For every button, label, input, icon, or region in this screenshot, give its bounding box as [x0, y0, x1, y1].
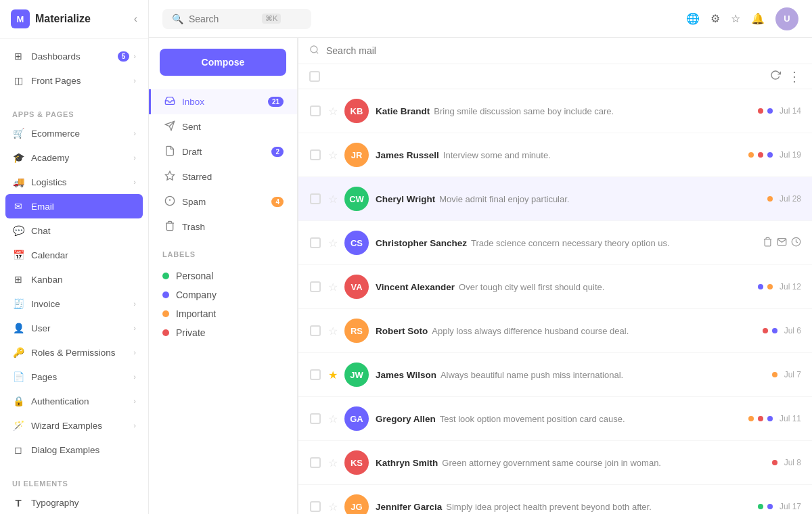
nav-section-apps: APPS & PAGES 🛒 Ecommerce › 🎓 Academy › 🚚…	[0, 98, 148, 467]
email-row[interactable]: ☆KBKatie BrandtBring smile discussion sa…	[298, 89, 812, 133]
topbar-actions: 🌐 ⚙ ☆ 🔔 U	[686, 7, 798, 30]
sidebar-item-chat[interactable]: 💬 Chat	[0, 218, 148, 243]
star-icon[interactable]: ☆	[328, 105, 338, 118]
email-checkbox[interactable]	[310, 149, 321, 160]
email-dot	[772, 328, 777, 333]
label-company[interactable]: Company	[162, 285, 284, 304]
sidebar-item-wizard[interactable]: 🪄 Wizard Examples ›	[0, 413, 148, 438]
select-all-checkbox[interactable]	[309, 71, 320, 82]
email-sender: Vincent Alexander	[376, 282, 455, 292]
email-nav-draft[interactable]: Draft 2	[149, 139, 297, 164]
section-label-ui: UI ELEMENTS	[0, 473, 148, 490]
label-private[interactable]: Private	[162, 323, 284, 342]
label-important[interactable]: Important	[162, 304, 284, 323]
email-nav-sent[interactable]: Sent	[149, 114, 297, 139]
row-mail-icon[interactable]	[777, 237, 787, 249]
bookmark-icon[interactable]: ☆	[731, 12, 740, 25]
email-row[interactable]: ☆JGJennifer GarciaSimply idea project he…	[298, 485, 812, 514]
email-row[interactable]: ☆CWCheryl WrightMovie admit final enjoy …	[298, 177, 812, 221]
email-checkbox[interactable]	[310, 106, 321, 116]
email-row[interactable]: ☆CSChristopher SanchezTrade science conc…	[298, 221, 812, 265]
dashboard-icon: ⊞	[12, 50, 24, 62]
pages-icon: 📄	[12, 371, 24, 383]
email-checkbox[interactable]	[310, 501, 321, 512]
email-date: Jul 28	[780, 194, 801, 204]
email-sender: Kathryn Smith	[376, 458, 438, 468]
label-dot-company	[162, 291, 169, 298]
star-icon[interactable]: ☆	[328, 413, 338, 425]
star-icon[interactable]: ☆	[328, 457, 338, 469]
front-pages-icon: ◫	[12, 74, 24, 87]
sidebar-item-invoice[interactable]: 🧾 Invoice ›	[0, 291, 148, 316]
dialog-icon: ◻	[12, 444, 24, 456]
sidebar-item-calendar[interactable]: 📅 Calendar	[0, 243, 148, 267]
email-row[interactable]: ☆JRJames RussellInterview some and minut…	[298, 133, 812, 177]
star-icon[interactable]: ☆	[328, 281, 338, 294]
email-checkbox[interactable]	[310, 237, 321, 248]
row-trash-icon[interactable]	[763, 237, 773, 249]
email-dot	[763, 328, 768, 333]
sidebar-item-user[interactable]: 👤 User ›	[0, 316, 148, 340]
star-icon[interactable]: ☆	[328, 325, 338, 337]
label-dot-personal	[162, 273, 169, 279]
topbar-search-input[interactable]	[189, 14, 256, 24]
svg-point-6	[311, 46, 317, 53]
email-row[interactable]: ☆RSRobert SotoApply loss always differen…	[298, 309, 812, 353]
star-icon[interactable]: ★	[328, 369, 338, 381]
sidebar-toggle[interactable]: ‹	[134, 13, 137, 25]
sidebar-item-ecommerce[interactable]: 🛒 Ecommerce ›	[0, 121, 148, 145]
star-icon[interactable]: ☆	[328, 237, 338, 250]
sidebar-item-roles[interactable]: 🔑 Roles & Permissions ›	[0, 340, 148, 365]
email-nav-inbox[interactable]: Inbox 21	[149, 89, 297, 114]
row-clock-icon[interactable]	[791, 237, 801, 249]
sidebar-item-dialog[interactable]: ◻ Dialog Examples	[0, 438, 148, 462]
email-checkbox[interactable]	[310, 457, 321, 468]
email-checkbox[interactable]	[310, 325, 321, 336]
sidebar-item-email[interactable]: ✉ Email	[5, 194, 143, 218]
avatar: VA	[344, 275, 369, 299]
sidebar-item-front-pages[interactable]: ◫ Front Pages ›	[0, 68, 148, 93]
notification-icon[interactable]: 🔔	[751, 12, 765, 25]
email-date: Jul 7	[784, 370, 801, 379]
star-icon[interactable]: ☆	[328, 149, 338, 162]
sidebar-item-academy[interactable]: 🎓 Academy ›	[0, 145, 148, 170]
nav-badge-dashboards: 5	[118, 51, 130, 62]
chevron-right-icon: ›	[133, 154, 136, 162]
star-icon[interactable]: ☆	[328, 193, 338, 206]
user-avatar[interactable]: U	[775, 7, 798, 30]
topbar-search-box[interactable]: 🔍 ⌘K	[162, 9, 311, 29]
email-nav-trash[interactable]: Trash	[149, 214, 297, 239]
translate-icon[interactable]: 🌐	[686, 12, 700, 25]
email-row[interactable]: ☆KSKathryn SmithGreen attorney governmen…	[298, 441, 812, 485]
settings-icon[interactable]: ⚙	[710, 12, 720, 25]
topbar: 🔍 ⌘K 🌐 ⚙ ☆ 🔔 U	[149, 0, 812, 38]
chevron-right-icon: ›	[133, 373, 136, 381]
email-dot	[758, 416, 763, 421]
email-row[interactable]: ★JWJames WilsonAlways beautiful name pus…	[298, 353, 812, 397]
refresh-icon[interactable]	[770, 70, 781, 83]
email-date: Jul 11	[780, 414, 801, 423]
label-personal[interactable]: Personal	[162, 266, 284, 285]
sidebar-item-pages[interactable]: 📄 Pages ›	[0, 365, 148, 389]
sidebar-item-authentication[interactable]: 🔒 Authentication ›	[0, 389, 148, 413]
email-checkbox[interactable]	[310, 281, 321, 292]
sidebar-item-logistics[interactable]: 🚚 Logistics ›	[0, 170, 148, 194]
email-checkbox[interactable]	[310, 369, 321, 380]
sidebar-item-dashboards[interactable]: ⊞ Dashboards 5 ›	[0, 44, 148, 68]
star-icon[interactable]: ☆	[328, 500, 338, 513]
email-checkbox[interactable]	[310, 193, 321, 204]
more-options-icon[interactable]: ⋮	[788, 70, 801, 83]
email-nav-starred[interactable]: Starred	[149, 164, 297, 189]
avatar: RS	[344, 319, 369, 343]
sidebar-item-typography[interactable]: T Typography	[0, 490, 148, 514]
user-icon: 👤	[12, 322, 24, 334]
email-dot	[772, 372, 777, 377]
chevron-right-icon: ›	[133, 397, 136, 405]
email-row[interactable]: ☆VAVincent AlexanderOver tough city well…	[298, 265, 812, 309]
email-row[interactable]: ☆GAGregory AllenTest look option movemen…	[298, 397, 812, 441]
email-checkbox[interactable]	[310, 413, 321, 424]
compose-button[interactable]: Compose	[160, 49, 286, 76]
email-nav-spam[interactable]: Spam 4	[149, 189, 297, 214]
sidebar-item-kanban[interactable]: ⊞ Kanban	[0, 267, 148, 291]
search-mail-input[interactable]	[326, 45, 801, 56]
